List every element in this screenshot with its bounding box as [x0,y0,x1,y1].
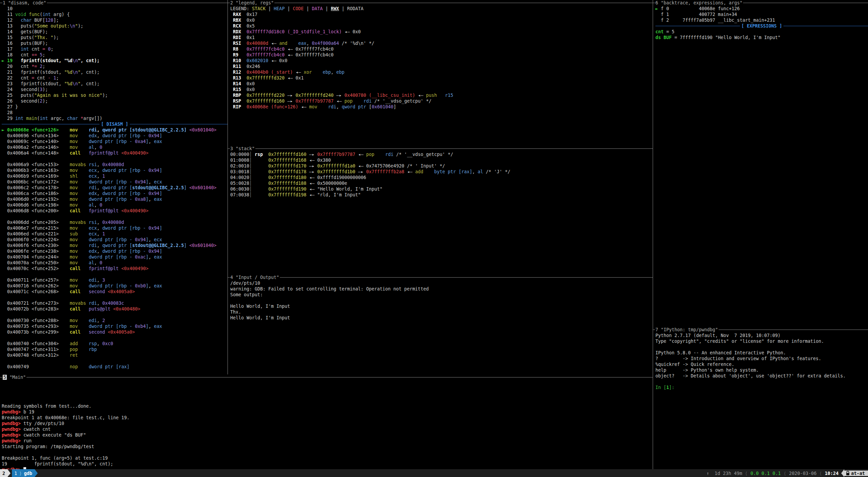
pane-input-output[interactable]: 4 "Input / Output" /dev/pts/10warning: G… [228,275,653,374]
powerline-arrow-icon [35,469,38,477]
pane-border-vertical-left[interactable] [228,0,228,374]
pane-title: 3 "stack" [230,146,255,151]
lock-icon [846,471,850,476]
pane-title: 5 "Main" [2,375,26,380]
chevron-left-icon: ⟨ [817,471,825,476]
pane-title: 2 "legend, regs" [230,0,274,5]
session-name-badge[interactable]: 2 [0,469,7,477]
backtrace-lines: ► f 0 40068e func+126 f 1 400772 main+34… [653,6,868,40]
pane-title: 6 "backtrace, expressions, args" [655,0,743,5]
pane-stack[interactable]: 3 "stack" 00:0000│ rsp 0x7fffffffd160 —▸… [228,146,653,275]
chevron-right-icon: ⟩ [17,471,24,476]
uptime-arrow-icon: ↑ [706,471,709,476]
pane-title: 4 "Input / Output" [230,275,280,280]
pane-title: 7 "IPython: tmp/pwndbg" [655,327,719,332]
gdb-console-lines: Reading symbols from test...done.pwndbg>… [0,380,653,469]
window-tab-gdb[interactable]: 1⟩gdb [12,469,35,477]
tmux-screen: 1 "disasm, code" 10 11 void func(int arg… [0,0,868,477]
stack-lines: 00:0000│ rsp 0x7fffffffd160 —▸ 0x7ffff7b… [228,152,653,198]
date-text: 2020-03-06 [789,471,816,476]
pane-disasm-code[interactable]: 1 "disasm, code" 10 11 void func(int arg… [0,0,228,374]
pane-border-top: 2 "legend, regs" [228,0,653,6]
chevron-left-icon: ⟨ [742,471,751,476]
chevron-left-icon: ⟨ [781,471,789,476]
pane-border-top: 6 "backtrace, expressions, args" [653,0,868,6]
status-bar: 2 1⟩gdb ↑ 1d 23h 49m ⟨ 0.0 0.1 0.1 ⟨ 202… [0,469,868,477]
hostname-badge: at-at [844,471,868,476]
pane-main-gdb[interactable]: 5 "Main" Reading symbols from test...don… [0,374,653,469]
pane-ipython[interactable]: 7 "IPython: tmp/pwndbg" Python 2.7.17 (d… [653,327,868,469]
load-average: 0.0 0.1 0.1 [751,471,781,476]
pane-border-top: 5 "Main" [0,374,653,380]
powerline-arrow-icon [841,469,844,477]
ipython-lines: Python 2.7.17 (default, Nov 7 2019, 10:0… [653,333,868,390]
source-and-disasm-lines: 10 11 void func(int arg) { 12 char BUF[1… [0,6,228,370]
pane-border-top: 1 "disasm, code" [0,0,228,6]
uptime-text [709,471,715,476]
pane-legend-regs[interactable]: 2 "legend, regs" LEGEND: STACK | HEAP | … [228,0,653,146]
program-io-lines: /dev/pts/10warning: GDB: Failed to set c… [228,280,653,321]
pane-title: 1 "disasm, code" [2,0,47,5]
pane-border-top: 7 "IPython: tmp/pwndbg" [653,327,868,333]
clock-text: 10:24 [825,471,839,476]
pane-backtrace-expressions[interactable]: 6 "backtrace, expressions, args" ► f 0 4… [653,0,868,327]
pane-border-vertical-right[interactable] [653,0,653,469]
pane-border-top: 3 "stack" [228,146,653,152]
registers-lines: LEGEND: STACK | HEAP | CODE | DATA | RWX… [228,6,653,110]
powerline-arrow-icon [7,469,11,477]
active-pane-number: 5 [3,375,7,380]
pane-border-top: 4 "Input / Output" [228,275,653,280]
